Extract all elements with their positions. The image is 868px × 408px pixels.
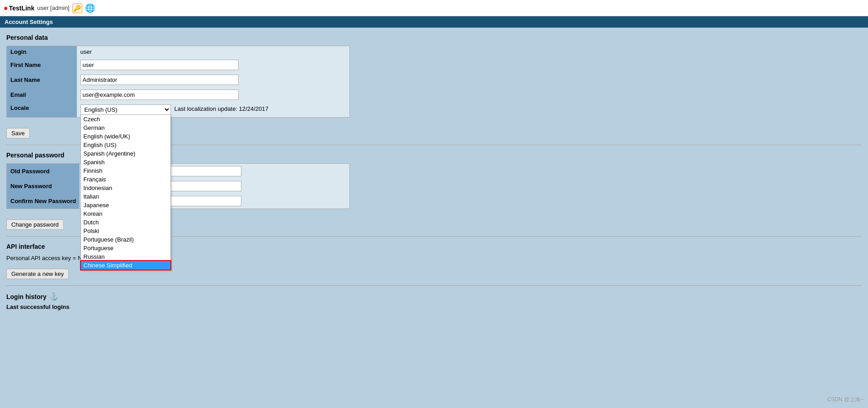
topbar: ● TestLink user [admin] 🔑 🌐 (0, 0, 868, 16)
lastname-input[interactable] (80, 75, 239, 85)
locale-option-polski[interactable]: Polski (81, 227, 170, 235)
logo-icon: ● (4, 4, 8, 12)
locale-option-japanese[interactable]: Japanese (81, 201, 170, 209)
locale-option-spanish-arg[interactable]: Spanish (Argentine) (81, 149, 170, 158)
section-header: Account Settings (0, 16, 868, 28)
firstname-input[interactable] (80, 60, 239, 70)
locale-option-czech[interactable]: Czech (81, 115, 170, 123)
locale-option-portuguese-brazil[interactable]: Portuguese (Brazil) (81, 235, 170, 244)
locale-update-text: Last localization update: 12/24/2017 (175, 105, 269, 112)
separator-3 (6, 285, 862, 286)
old-password-label: Old Password (7, 164, 80, 179)
confirm-password-label: Confirm New Password (7, 194, 80, 209)
personal-data-title: Personal data (6, 34, 862, 41)
table-row: Confirm New Password (7, 194, 350, 209)
locale-option-russian[interactable]: Russian (81, 252, 170, 261)
new-password-label: New Password (7, 179, 80, 194)
locale-option-english-wide[interactable]: English (wide/UK) (81, 132, 170, 141)
email-input[interactable] (80, 90, 239, 100)
anchor-icon: ⚓ (49, 292, 58, 301)
save-button[interactable]: Save (6, 128, 30, 138)
logo-text: TestLink (9, 5, 35, 12)
locale-option-spanish[interactable]: Spanish (81, 158, 170, 166)
locale-option-german[interactable]: German (81, 123, 170, 132)
locale-option-indonesian[interactable]: Indonesian (81, 184, 170, 192)
email-label: Email (7, 87, 77, 102)
section-header-label: Account Settings (5, 19, 53, 25)
login-label: Login (7, 46, 77, 58)
table-row: Locale English (US) Czech German English… (7, 102, 350, 118)
table-row: Old Password (7, 164, 350, 179)
generate-key-button[interactable]: Generate a new key (6, 269, 69, 279)
locale-container: English (US) Czech German English (wide/… (80, 104, 171, 115)
table-row: New Password (7, 179, 350, 194)
firstname-label: First Name (7, 57, 77, 72)
main-content: Personal data Login user First Name Last… (0, 28, 868, 318)
table-row: First Name (7, 57, 350, 72)
table-row: Email (7, 87, 350, 102)
email-cell (77, 87, 350, 102)
user-info: user [admin] (37, 5, 70, 11)
globe-icon: 🌐 (85, 3, 95, 13)
locale-option-francais[interactable]: Français (81, 175, 170, 184)
locale-select[interactable]: English (US) (80, 104, 171, 115)
lastname-cell (77, 72, 350, 87)
personal-password-table: Old Password New Password Confirm New Pa… (6, 163, 350, 209)
locale-option-finnish[interactable]: Finnish (81, 166, 170, 175)
firstname-cell (77, 57, 350, 72)
table-row: Last Name (7, 72, 350, 87)
login-value: user (77, 46, 350, 58)
last-logins-title: Last successful logins (6, 304, 862, 310)
locale-label: Locale (7, 102, 77, 118)
logo: ● TestLink (4, 4, 34, 12)
login-history-title: Login history ⚓ (6, 292, 862, 301)
locale-option-english-us[interactable]: English (US) (81, 141, 170, 149)
locale-option-chinese-simplified[interactable]: Chinese Simplified (81, 261, 170, 270)
locale-option-italian[interactable]: Italian (81, 192, 170, 201)
locale-cell: English (US) Czech German English (wide/… (77, 102, 350, 118)
key-icon-button[interactable]: 🔑 (72, 3, 82, 13)
table-row: Login user (7, 46, 350, 58)
locale-option-korean[interactable]: Korean (81, 209, 170, 218)
locale-option-dutch[interactable]: Dutch (81, 218, 170, 227)
lastname-label: Last Name (7, 72, 77, 87)
locale-option-portuguese[interactable]: Portuguese (81, 244, 170, 252)
locale-dropdown[interactable]: Czech German English (wide/UK) English (… (80, 114, 171, 270)
login-history-label: Login history (6, 293, 47, 300)
change-password-button[interactable]: Change password (6, 219, 64, 230)
personal-data-table: Login user First Name Last Name Email (6, 46, 350, 118)
